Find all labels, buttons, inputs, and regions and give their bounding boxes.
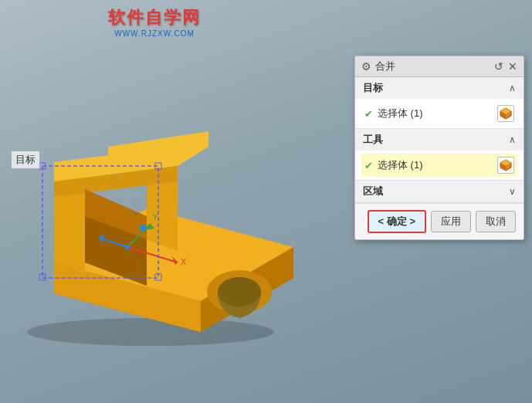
panel-footer: < 确定 > 应用 取消: [355, 203, 524, 239]
logo-subtitle: WWW.RJZXW.COM: [108, 29, 201, 38]
section-tool-header[interactable]: 工具 ∧: [355, 129, 524, 151]
section-area-label: 区域: [363, 185, 383, 198]
panel-header: ⚙ 合并 ↺ ✕: [355, 56, 524, 77]
panel-header-right: ↺ ✕: [494, 60, 517, 73]
section-target-header[interactable]: 目标 ∧: [355, 77, 524, 99]
close-icon[interactable]: ✕: [508, 60, 517, 73]
logo-area: 软件自学网 WWW.RJZXW.COM: [108, 6, 201, 38]
section-tool: 工具 ∧ ✔ 选择体 (1): [355, 129, 524, 181]
tool-row-text: 选择体 (1): [378, 158, 493, 172]
tool-row-1[interactable]: ✔ 选择体 (1): [361, 154, 517, 177]
target-row-icon: [497, 105, 514, 122]
tool-row-icon: [497, 157, 514, 174]
logo-title: 软件自学网: [108, 6, 201, 29]
model-shadow: [27, 318, 274, 346]
section-tool-label: 工具: [363, 133, 383, 147]
x-label: X: [181, 257, 187, 266]
refresh-icon[interactable]: ↺: [494, 60, 503, 73]
panel-header-left: ⚙ 合并: [361, 59, 395, 73]
target-row-text: 选择体 (1): [378, 107, 493, 120]
confirm-button[interactable]: < 确定 >: [368, 210, 426, 233]
panel-title: 合并: [375, 59, 395, 73]
section-tool-content: ✔ 选择体 (1): [355, 151, 524, 180]
check-icon-tool: ✔: [364, 160, 373, 171]
check-icon-target: ✔: [364, 108, 373, 120]
apply-button[interactable]: 应用: [431, 211, 471, 232]
section-area-arrow: ∨: [509, 186, 516, 197]
gear-icon: ⚙: [361, 60, 371, 73]
section-area: 区域 ∨: [355, 181, 524, 203]
3d-model: X Y: [8, 46, 309, 355]
viewport-label: 目标: [11, 151, 40, 169]
section-target: 目标 ∧ ✔ 选择体 (1): [355, 77, 524, 129]
hole-top-ellipse: [218, 277, 261, 306]
section-target-label: 目标: [363, 81, 383, 95]
target-row-1[interactable]: ✔ 选择体 (1): [361, 102, 517, 125]
section-area-header[interactable]: 区域 ∨: [355, 181, 524, 202]
y-label: Y: [152, 212, 158, 222]
section-target-arrow: ∧: [509, 83, 516, 93]
origin-dot: [125, 245, 130, 249]
cancel-button[interactable]: 取消: [476, 211, 516, 232]
selection-center: [140, 225, 146, 231]
section-tool-arrow: ∧: [509, 134, 516, 145]
merge-panel: ⚙ 合并 ↺ ✕ 目标 ∧ ✔ 选择体 (1): [354, 56, 524, 240]
section-target-content: ✔ 选择体 (1): [355, 99, 524, 128]
